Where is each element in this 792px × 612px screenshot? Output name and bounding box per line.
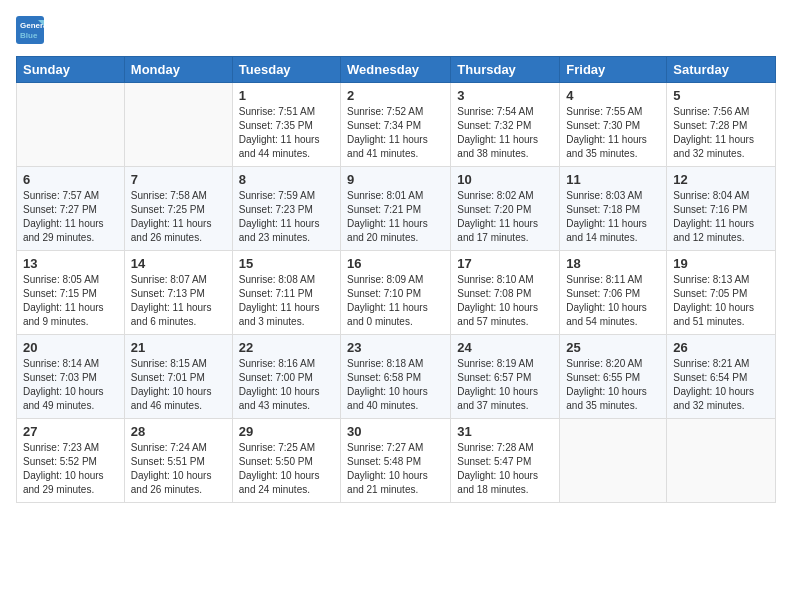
sunset-text: Sunset: 7:13 PM (131, 287, 226, 301)
day-info: Sunrise: 7:52 AMSunset: 7:34 PMDaylight:… (347, 105, 444, 161)
weekday-header-thursday: Thursday (451, 57, 560, 83)
calendar-cell: 18Sunrise: 8:11 AMSunset: 7:06 PMDayligh… (560, 251, 667, 335)
day-number: 27 (23, 424, 118, 439)
calendar-cell: 12Sunrise: 8:04 AMSunset: 7:16 PMDayligh… (667, 167, 776, 251)
sunrise-text: Sunrise: 8:18 AM (347, 357, 444, 371)
day-info: Sunrise: 7:25 AMSunset: 5:50 PMDaylight:… (239, 441, 334, 497)
day-number: 29 (239, 424, 334, 439)
sunset-text: Sunset: 7:21 PM (347, 203, 444, 217)
day-number: 9 (347, 172, 444, 187)
daylight-text: Daylight: 10 hours and 49 minutes. (23, 385, 118, 413)
sunset-text: Sunset: 7:32 PM (457, 119, 553, 133)
sunset-text: Sunset: 7:03 PM (23, 371, 118, 385)
calendar-cell: 15Sunrise: 8:08 AMSunset: 7:11 PMDayligh… (232, 251, 340, 335)
sunrise-text: Sunrise: 7:27 AM (347, 441, 444, 455)
calendar-cell: 31Sunrise: 7:28 AMSunset: 5:47 PMDayligh… (451, 419, 560, 503)
day-number: 22 (239, 340, 334, 355)
day-info: Sunrise: 7:27 AMSunset: 5:48 PMDaylight:… (347, 441, 444, 497)
sunset-text: Sunset: 7:11 PM (239, 287, 334, 301)
sunset-text: Sunset: 7:16 PM (673, 203, 769, 217)
day-number: 1 (239, 88, 334, 103)
day-info: Sunrise: 8:08 AMSunset: 7:11 PMDaylight:… (239, 273, 334, 329)
sunrise-text: Sunrise: 7:57 AM (23, 189, 118, 203)
weekday-header-sunday: Sunday (17, 57, 125, 83)
daylight-text: Daylight: 11 hours and 14 minutes. (566, 217, 660, 245)
calendar-cell: 19Sunrise: 8:13 AMSunset: 7:05 PMDayligh… (667, 251, 776, 335)
sunrise-text: Sunrise: 8:14 AM (23, 357, 118, 371)
daylight-text: Daylight: 10 hours and 43 minutes. (239, 385, 334, 413)
day-number: 5 (673, 88, 769, 103)
sunrise-text: Sunrise: 8:16 AM (239, 357, 334, 371)
calendar-cell: 21Sunrise: 8:15 AMSunset: 7:01 PMDayligh… (124, 335, 232, 419)
sunrise-text: Sunrise: 8:04 AM (673, 189, 769, 203)
calendar-header-row: SundayMondayTuesdayWednesdayThursdayFrid… (17, 57, 776, 83)
daylight-text: Daylight: 11 hours and 12 minutes. (673, 217, 769, 245)
day-info: Sunrise: 8:14 AMSunset: 7:03 PMDaylight:… (23, 357, 118, 413)
daylight-text: Daylight: 10 hours and 51 minutes. (673, 301, 769, 329)
daylight-text: Daylight: 11 hours and 9 minutes. (23, 301, 118, 329)
day-number: 10 (457, 172, 553, 187)
day-number: 11 (566, 172, 660, 187)
sunset-text: Sunset: 7:05 PM (673, 287, 769, 301)
sunrise-text: Sunrise: 8:11 AM (566, 273, 660, 287)
sunrise-text: Sunrise: 8:13 AM (673, 273, 769, 287)
day-number: 15 (239, 256, 334, 271)
calendar-cell: 29Sunrise: 7:25 AMSunset: 5:50 PMDayligh… (232, 419, 340, 503)
sunrise-text: Sunrise: 7:52 AM (347, 105, 444, 119)
daylight-text: Daylight: 10 hours and 32 minutes. (673, 385, 769, 413)
day-number: 28 (131, 424, 226, 439)
daylight-text: Daylight: 11 hours and 0 minutes. (347, 301, 444, 329)
day-number: 23 (347, 340, 444, 355)
daylight-text: Daylight: 10 hours and 40 minutes. (347, 385, 444, 413)
sunset-text: Sunset: 7:34 PM (347, 119, 444, 133)
sunset-text: Sunset: 7:35 PM (239, 119, 334, 133)
sunrise-text: Sunrise: 7:59 AM (239, 189, 334, 203)
calendar-cell: 6Sunrise: 7:57 AMSunset: 7:27 PMDaylight… (17, 167, 125, 251)
sunrise-text: Sunrise: 8:01 AM (347, 189, 444, 203)
daylight-text: Daylight: 10 hours and 29 minutes. (23, 469, 118, 497)
weekday-header-friday: Friday (560, 57, 667, 83)
sunset-text: Sunset: 7:15 PM (23, 287, 118, 301)
sunrise-text: Sunrise: 8:21 AM (673, 357, 769, 371)
day-number: 19 (673, 256, 769, 271)
day-info: Sunrise: 7:55 AMSunset: 7:30 PMDaylight:… (566, 105, 660, 161)
sunset-text: Sunset: 7:18 PM (566, 203, 660, 217)
calendar-cell: 10Sunrise: 8:02 AMSunset: 7:20 PMDayligh… (451, 167, 560, 251)
calendar-cell: 14Sunrise: 8:07 AMSunset: 7:13 PMDayligh… (124, 251, 232, 335)
day-info: Sunrise: 8:15 AMSunset: 7:01 PMDaylight:… (131, 357, 226, 413)
day-info: Sunrise: 7:51 AMSunset: 7:35 PMDaylight:… (239, 105, 334, 161)
calendar-cell: 24Sunrise: 8:19 AMSunset: 6:57 PMDayligh… (451, 335, 560, 419)
calendar-cell: 5Sunrise: 7:56 AMSunset: 7:28 PMDaylight… (667, 83, 776, 167)
sunrise-text: Sunrise: 8:05 AM (23, 273, 118, 287)
day-info: Sunrise: 8:16 AMSunset: 7:00 PMDaylight:… (239, 357, 334, 413)
calendar-cell: 17Sunrise: 8:10 AMSunset: 7:08 PMDayligh… (451, 251, 560, 335)
sunrise-text: Sunrise: 8:10 AM (457, 273, 553, 287)
calendar-week-row: 1Sunrise: 7:51 AMSunset: 7:35 PMDaylight… (17, 83, 776, 167)
calendar-cell: 2Sunrise: 7:52 AMSunset: 7:34 PMDaylight… (341, 83, 451, 167)
sunrise-text: Sunrise: 7:51 AM (239, 105, 334, 119)
calendar-cell: 11Sunrise: 8:03 AMSunset: 7:18 PMDayligh… (560, 167, 667, 251)
day-number: 21 (131, 340, 226, 355)
daylight-text: Daylight: 11 hours and 44 minutes. (239, 133, 334, 161)
sunrise-text: Sunrise: 8:19 AM (457, 357, 553, 371)
day-number: 4 (566, 88, 660, 103)
sunset-text: Sunset: 5:52 PM (23, 455, 118, 469)
calendar-week-row: 13Sunrise: 8:05 AMSunset: 7:15 PMDayligh… (17, 251, 776, 335)
sunrise-text: Sunrise: 7:25 AM (239, 441, 334, 455)
calendar-cell: 9Sunrise: 8:01 AMSunset: 7:21 PMDaylight… (341, 167, 451, 251)
calendar-cell: 30Sunrise: 7:27 AMSunset: 5:48 PMDayligh… (341, 419, 451, 503)
day-info: Sunrise: 8:19 AMSunset: 6:57 PMDaylight:… (457, 357, 553, 413)
day-number: 2 (347, 88, 444, 103)
sunrise-text: Sunrise: 8:03 AM (566, 189, 660, 203)
daylight-text: Daylight: 10 hours and 18 minutes. (457, 469, 553, 497)
sunset-text: Sunset: 7:00 PM (239, 371, 334, 385)
day-info: Sunrise: 8:21 AMSunset: 6:54 PMDaylight:… (673, 357, 769, 413)
calendar-cell: 13Sunrise: 8:05 AMSunset: 7:15 PMDayligh… (17, 251, 125, 335)
sunset-text: Sunset: 7:28 PM (673, 119, 769, 133)
daylight-text: Daylight: 11 hours and 17 minutes. (457, 217, 553, 245)
daylight-text: Daylight: 11 hours and 26 minutes. (131, 217, 226, 245)
sunset-text: Sunset: 5:51 PM (131, 455, 226, 469)
daylight-text: Daylight: 10 hours and 24 minutes. (239, 469, 334, 497)
weekday-header-monday: Monday (124, 57, 232, 83)
calendar-cell: 8Sunrise: 7:59 AMSunset: 7:23 PMDaylight… (232, 167, 340, 251)
